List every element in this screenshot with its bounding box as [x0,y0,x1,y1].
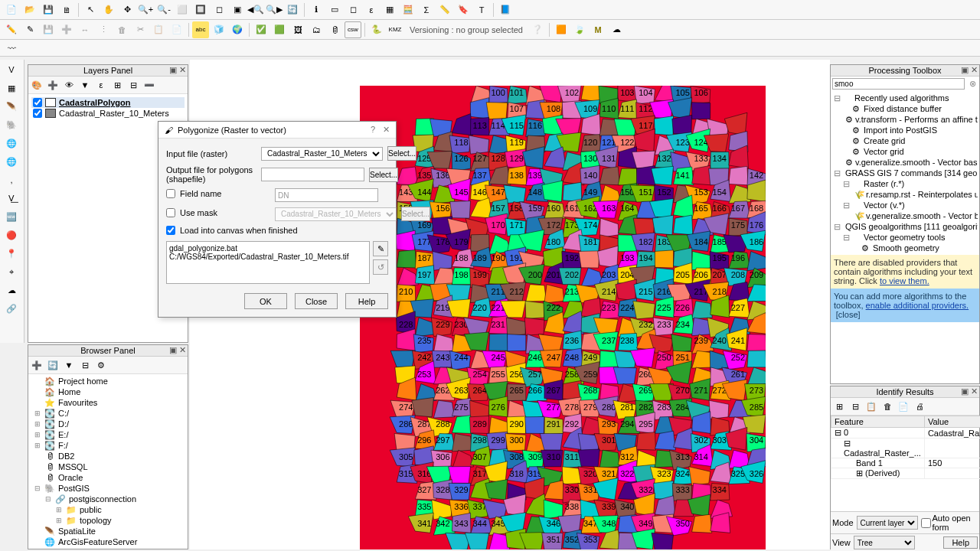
select-output-button[interactable]: Select... [369,168,398,182]
add-wms-icon[interactable]: 🌐 [2,135,21,152]
undock-icon[interactable]: ▣ [169,345,177,354]
browser-item[interactable]: 🛢Oracle [31,472,185,483]
processing-item[interactable]: ⊟GRASS GIS 7 commands [314 geoalgorithms… [832,168,978,178]
add-oracle-icon[interactable]: 🔴 [2,227,21,243]
clear-results-icon[interactable]: 🗑 [880,399,894,413]
layer-row[interactable]: Cadastral_Raster_10_Meters [31,108,185,119]
text-annot-icon[interactable]: T [473,2,490,18]
abc-label-icon[interactable]: abc [192,21,209,38]
green-check-icon[interactable]: ✅ [253,21,270,38]
new-shapefile-icon[interactable]: 🆕 [2,208,21,225]
copy-icon[interactable]: 📋 [150,21,167,38]
collapse-browser-icon[interactable]: ⊟ [78,358,92,372]
deselect-icon[interactable]: ◻ [345,2,361,18]
save-icon[interactable]: 💾 [40,2,57,18]
output-file-input[interactable] [261,168,364,181]
db-icon[interactable]: 🛢 [326,21,343,38]
browser-item[interactable]: ⭐Favourites [31,397,185,408]
browser-item[interactable]: 🛢MSSQL [31,461,185,472]
close-icon[interactable]: ✕ [383,125,390,135]
add-group-icon[interactable]: ➕ [46,78,60,92]
processing-item[interactable]: ⊟QGIS geoalgorithms [111 geoalgorithms] [832,221,978,232]
identify-row[interactable]: Band 1150 [831,458,981,468]
refresh-icon[interactable]: 🔄 [284,2,301,18]
autoform-checkbox[interactable] [921,518,931,528]
expand-icon[interactable]: ⊟ [34,483,41,494]
zoom-last-icon[interactable]: ◀🔍 [247,2,264,18]
help-icon[interactable]: ❔ [529,21,546,38]
new-project-icon[interactable]: 📄 [3,2,20,18]
zoom-full-icon[interactable]: 🔲 [192,2,209,18]
kmz-icon[interactable]: KMZ [387,21,403,38]
node-tool-icon[interactable]: ⋮ [95,21,112,38]
python-icon[interactable]: 🐍 [368,21,385,38]
expand-tree-icon[interactable]: ⊞ [832,399,846,413]
cube-icon[interactable]: 🧊 [211,21,227,38]
save-edits-icon[interactable]: 💾 [40,21,57,38]
select-icon[interactable]: ▭ [326,2,343,18]
m-icon[interactable]: M [590,21,606,38]
visibility-icon[interactable]: 👁 [62,78,76,92]
processing-item[interactable]: 🌾v.generalize.smooth - Vector based smo.… [832,210,978,221]
expand-icon[interactable]: ⊞ [56,504,63,515]
pointer-icon[interactable]: ↖ [82,2,99,18]
tile-icon[interactable]: 🗂 [308,21,325,38]
collapse-tree-icon[interactable]: ⊟ [848,399,862,413]
processing-item[interactable]: ⚙Create grid [832,135,978,146]
browser-item[interactable]: 🪶SpatiaLite [31,526,185,536]
add-csv-icon[interactable]: , [2,171,21,188]
edit-pencil-icon[interactable]: ✏️ [3,21,20,38]
usemask-checkbox[interactable] [166,208,175,217]
topology-icon[interactable]: 🔗 [2,300,21,317]
help-tool-icon[interactable]: 📘 [497,2,514,18]
command-textbox[interactable]: gdal_polygonize.bat C:/WGS84/Exported/Ca… [166,241,370,284]
add-layer-icon[interactable]: ➕ [30,358,44,372]
identify-icon[interactable]: ℹ [308,2,325,18]
enable-providers-link[interactable]: enable additional providers. [866,301,969,310]
expand-icon[interactable]: ⊞ [34,419,41,429]
undock-icon[interactable]: ▣ [169,65,177,74]
reset-command-icon[interactable]: ↺ [373,259,388,275]
expand-icon[interactable]: ⊞ [34,440,41,451]
zoom-out-icon[interactable]: 🔍- [155,2,172,18]
expand-new-icon[interactable]: 📋 [864,399,878,413]
collapse-icon[interactable]: ⊟ [126,78,140,92]
processing-item[interactable]: ⚙v.transform - Performs an affine transf… [832,114,978,125]
expand-icon[interactable]: ⊞ [34,408,41,419]
browser-item[interactable]: ⊟🐘PostGIS [31,483,185,494]
edit-yellow-pencil-icon[interactable]: ✎ [21,21,38,38]
filter-icon[interactable]: ▼ [78,78,92,92]
browser-item[interactable]: 🛢DB2 [31,451,185,461]
fieldname-checkbox[interactable] [166,189,175,198]
copy-feature-icon[interactable]: 📄 [897,399,910,413]
style-icon[interactable]: 🎨 [30,78,44,92]
clouds-icon[interactable]: ☁ [608,21,625,38]
browser-item[interactable]: ⊞💽D:/ [31,419,185,429]
move-feature-icon[interactable]: ↔ [77,21,93,38]
dialog-titlebar[interactable]: 🖌 Polygonize (Raster to vector) ? ✕ [158,122,396,139]
open-project-icon[interactable]: 📂 [21,2,38,18]
processing-item[interactable]: ⚙Import into PostGIS [832,125,978,135]
leaf-icon[interactable]: 🍃 [571,21,588,38]
paste-icon[interactable]: 📄 [168,21,185,38]
zoom-in-icon[interactable]: 🔍+ [137,2,154,18]
georef-icon[interactable]: ⌖ [2,263,21,280]
processing-search-input[interactable] [832,78,965,90]
pan-icon[interactable]: ✋ [100,2,117,18]
curve-edit-icon[interactable]: 〰 [3,40,20,57]
add-wfs-icon[interactable]: 🌐 [2,153,21,170]
browser-item[interactable]: ⊞💽F:/ [31,440,185,451]
close-icon[interactable]: ✕ [179,345,186,354]
processing-item[interactable]: ⊟Vector (v.*) [832,200,978,210]
processing-item[interactable]: ⚙Fixed distance buffer [832,103,978,114]
expand-icon[interactable]: ⊟ [45,494,52,504]
browser-item[interactable]: ⊞📁topology [31,515,185,526]
ok-button[interactable]: OK [244,293,287,309]
add-vector-icon[interactable]: V [2,61,21,78]
processing-item[interactable]: ⚙v.generalize.smooth - Vector based smoo… [832,157,978,168]
bookmarks-icon[interactable]: 🔖 [455,2,472,18]
undock-icon[interactable]: ▣ [961,65,969,74]
load-canvas-checkbox[interactable] [166,226,175,235]
pan-selection-icon[interactable]: ✥ [119,2,136,18]
browser-item[interactable]: ⊞📁public [31,504,185,515]
